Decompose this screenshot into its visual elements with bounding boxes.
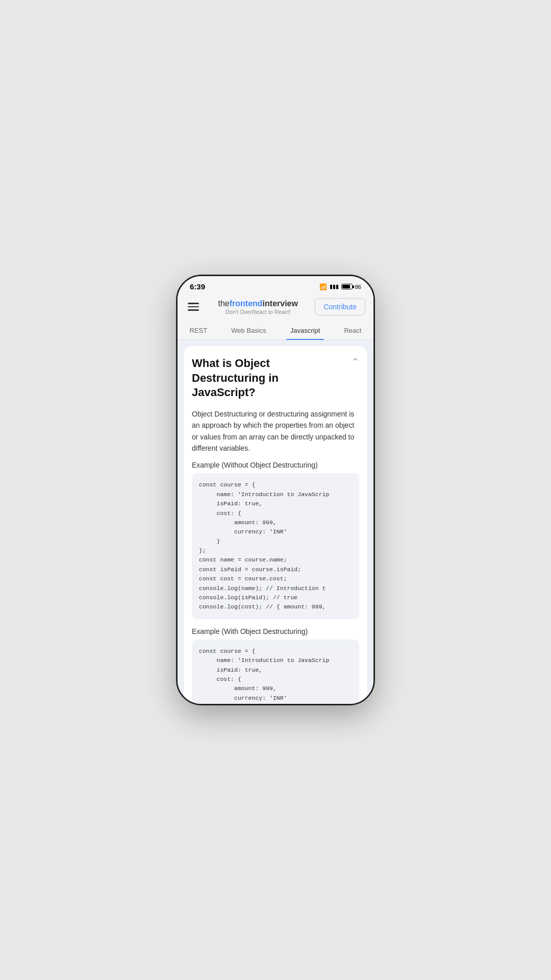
status-bar: 6:39 📶 ▮▮▮ 86 xyxy=(178,276,373,294)
code-block-1: const course = { name: 'Introduction to … xyxy=(192,473,359,619)
logo-text: thefrontendinterview xyxy=(218,299,297,308)
tab-web-basics[interactable]: Web Basics xyxy=(227,322,270,339)
logo-frontend: frontend xyxy=(230,299,263,308)
code-block-2: const course = { name: 'Introduction to … xyxy=(192,640,359,704)
logo-tagline: Don't OverReact to React! xyxy=(226,309,291,315)
header: thefrontendinterview Don't OverReact to … xyxy=(178,294,373,322)
tab-rest[interactable]: REST xyxy=(186,322,212,339)
example1-label: Example (Without Object Destructuring) xyxy=(192,461,359,469)
logo: thefrontendinterview Don't OverReact to … xyxy=(218,299,297,315)
main-content[interactable]: ⌃ What is Object Destructuring in JavaSc… xyxy=(178,340,373,704)
example2-label: Example (With Object Destructuring) xyxy=(192,627,359,635)
code-content-2: const course = { name: 'Introduction to … xyxy=(199,647,352,704)
tab-react[interactable]: React xyxy=(340,322,365,339)
logo-interview: interview xyxy=(263,299,298,308)
code-content-1: const course = { name: 'Introduction to … xyxy=(199,480,352,611)
status-time: 6:39 xyxy=(190,282,205,291)
hamburger-button[interactable] xyxy=(186,301,201,313)
chevron-up-icon[interactable]: ⌃ xyxy=(352,356,359,368)
logo-the: the xyxy=(218,299,229,308)
signal-icon: ▮▮▮ xyxy=(330,283,339,290)
phone-frame: 6:39 📶 ▮▮▮ 86 thefrontendinterview Don't… xyxy=(176,275,375,705)
hamburger-line-3 xyxy=(188,309,199,311)
content-card: ⌃ What is Object Destructuring in JavaSc… xyxy=(184,346,367,704)
article-title: What is Object Destructuring in JavaScri… xyxy=(192,356,359,400)
hamburger-line-2 xyxy=(188,306,199,308)
tabs-container: REST Web Basics Javascript React xyxy=(178,322,373,340)
wifi-icon: 📶 xyxy=(319,283,327,290)
article-description: Object Destructuring or destructuring as… xyxy=(192,408,359,454)
battery-percent: 86 xyxy=(355,284,361,290)
battery-icon xyxy=(341,284,353,289)
hamburger-line-1 xyxy=(188,303,199,304)
contribute-button[interactable]: Contribute xyxy=(315,298,365,315)
tab-javascript[interactable]: Javascript xyxy=(286,322,324,339)
status-icons: 📶 ▮▮▮ 86 xyxy=(319,283,361,290)
